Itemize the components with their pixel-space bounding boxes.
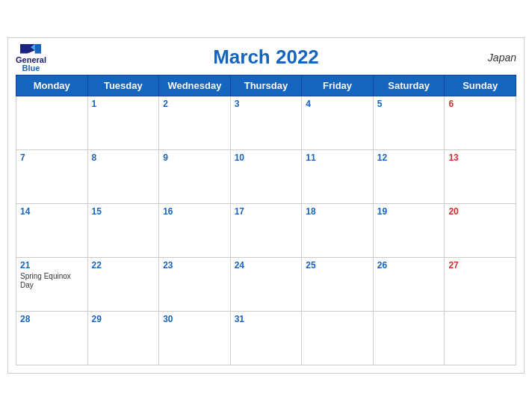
calendar-day-cell: 18 (302, 204, 374, 258)
calendar-day-cell (373, 312, 445, 365)
calendar-day-cell: 20 (445, 204, 516, 258)
calendar-day-cell: 25 (302, 258, 374, 312)
day-number: 14 (20, 206, 84, 217)
header-monday: Monday (16, 75, 88, 96)
weekday-header-row: Monday Tuesday Wednesday Thursday Friday… (16, 75, 516, 96)
day-number: 5 (377, 99, 441, 109)
calendar-day-cell: 16 (159, 204, 231, 258)
day-number: 1 (92, 99, 155, 109)
calendar-day-cell: 29 (87, 312, 159, 365)
day-number: 29 (92, 314, 155, 324)
calendar-day-cell: 21Spring Equinox Day (16, 258, 88, 312)
calendar-container: General Blue March 2022 Japan Monday Tue… (7, 37, 525, 374)
calendar-week-row: 78910111213 (16, 150, 516, 204)
calendar-day-cell: 10 (230, 150, 302, 204)
calendar-week-row: 123456 (16, 96, 516, 150)
logo-general-text: General (16, 56, 46, 64)
header-sunday: Sunday (445, 75, 516, 96)
logo-area: General Blue (16, 43, 46, 72)
day-number: 2 (163, 99, 226, 109)
header-wednesday: Wednesday (159, 75, 231, 96)
svg-marker-1 (35, 44, 41, 54)
day-number: 9 (163, 152, 226, 163)
day-number: 20 (448, 206, 512, 217)
day-number: 13 (448, 152, 512, 163)
calendar-day-cell: 23 (159, 258, 231, 312)
calendar-day-cell: 28 (16, 312, 88, 365)
header-tuesday: Tuesday (87, 75, 159, 96)
calendar-day-cell: 4 (302, 96, 374, 150)
calendar-day-cell: 1 (87, 96, 159, 150)
header-thursday: Thursday (230, 75, 302, 96)
calendar-day-cell: 30 (159, 312, 231, 365)
calendar-day-cell: 27 (445, 258, 516, 312)
calendar-day-cell: 19 (373, 204, 445, 258)
day-number: 31 (235, 314, 298, 324)
day-number: 17 (235, 206, 298, 217)
calendar-day-cell: 24 (230, 258, 302, 312)
calendar-day-cell: 11 (302, 150, 374, 204)
day-number: 26 (377, 260, 441, 271)
calendar-week-row: 14151617181920 (16, 204, 516, 258)
calendar-day-cell: 8 (87, 150, 159, 204)
calendar-table: Monday Tuesday Wednesday Thursday Friday… (16, 75, 516, 365)
header-saturday: Saturday (373, 75, 445, 96)
day-number: 22 (92, 260, 155, 271)
day-number: 24 (235, 260, 298, 271)
general-blue-logo-icon (20, 43, 41, 56)
day-number: 25 (306, 260, 369, 271)
calendar-day-cell: 7 (16, 150, 88, 204)
day-number: 4 (306, 99, 369, 109)
calendar-day-cell: 13 (445, 150, 516, 204)
day-number: 18 (306, 206, 369, 217)
day-number: 19 (377, 206, 441, 217)
calendar-day-cell: 9 (159, 150, 231, 204)
day-number: 8 (92, 152, 155, 163)
day-number: 21 (20, 260, 84, 271)
logo-blue-text: Blue (22, 64, 40, 72)
calendar-day-cell: 14 (16, 204, 88, 258)
day-number: 3 (235, 99, 298, 109)
day-number: 11 (306, 152, 369, 163)
calendar-day-cell: 5 (373, 96, 445, 150)
calendar-week-row: 28293031 (16, 312, 516, 365)
calendar-day-cell: 26 (373, 258, 445, 312)
country-label: Japan (488, 52, 516, 64)
day-number: 23 (163, 260, 226, 271)
day-number: 30 (163, 314, 226, 324)
day-number: 27 (448, 260, 512, 271)
calendar-day-cell: 2 (159, 96, 231, 150)
day-number: 10 (235, 152, 298, 163)
day-number: 6 (448, 99, 512, 109)
day-number: 28 (20, 314, 84, 324)
calendar-day-cell: 12 (373, 150, 445, 204)
holiday-label: Spring Equinox Day (20, 272, 84, 290)
calendar-header: General Blue March 2022 Japan (16, 46, 516, 69)
calendar-title: March 2022 (213, 46, 319, 69)
calendar-day-cell: 15 (87, 204, 159, 258)
calendar-day-cell: 6 (445, 96, 516, 150)
calendar-day-cell: 31 (230, 312, 302, 365)
day-number: 16 (163, 206, 226, 217)
calendar-day-cell (302, 312, 374, 365)
day-number: 12 (377, 152, 441, 163)
calendar-day-cell (16, 96, 88, 150)
calendar-day-cell: 22 (87, 258, 159, 312)
day-number: 15 (92, 206, 155, 217)
header-friday: Friday (302, 75, 374, 96)
calendar-day-cell: 17 (230, 204, 302, 258)
calendar-day-cell (445, 312, 516, 365)
calendar-day-cell: 3 (230, 96, 302, 150)
day-number: 7 (20, 152, 84, 163)
calendar-week-row: 21Spring Equinox Day222324252627 (16, 258, 516, 312)
